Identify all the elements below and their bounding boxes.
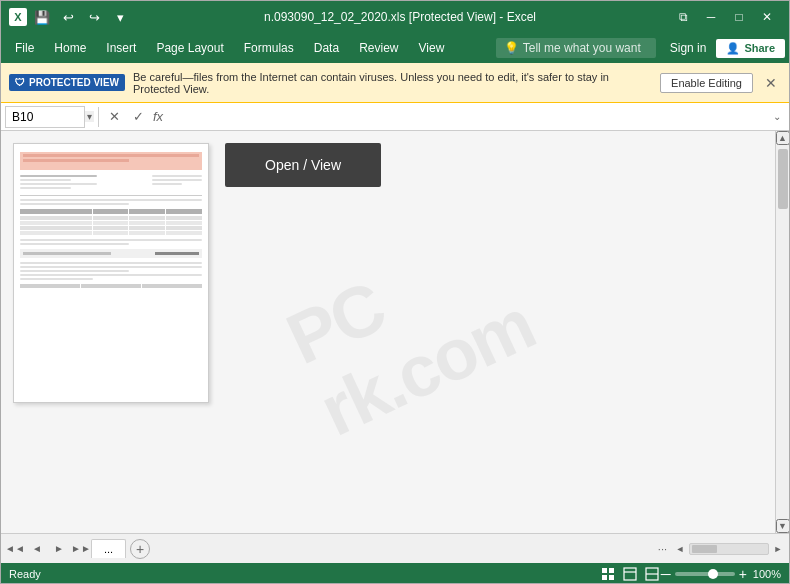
- svg-rect-4: [624, 568, 636, 580]
- sheet-nav-prev[interactable]: ◄: [27, 539, 47, 559]
- name-box-dropdown[interactable]: ▾: [85, 111, 94, 122]
- scroll-down-btn[interactable]: ▼: [776, 519, 790, 533]
- formula-buttons: ✕ ✓: [103, 106, 149, 128]
- lightbulb-icon: 💡: [504, 41, 519, 55]
- protected-view-close-button[interactable]: ✕: [761, 73, 781, 93]
- zoom-in-btn[interactable]: +: [739, 567, 747, 581]
- h-scroll-thumb: [692, 545, 717, 553]
- window-controls: ⧉ ─ □ ✕: [669, 3, 781, 31]
- scroll-track-v[interactable]: [777, 145, 789, 519]
- h-scroll-track[interactable]: [689, 543, 769, 555]
- vertical-scrollbar[interactable]: ▲ ▼: [775, 131, 789, 533]
- more-options-btn[interactable]: ···: [654, 543, 671, 555]
- status-text: Ready: [9, 568, 41, 580]
- name-box[interactable]: B10: [5, 106, 85, 128]
- scroll-left-btn[interactable]: ◄: [673, 542, 687, 556]
- doc-table-row: [20, 216, 202, 220]
- sheet-nav-first[interactable]: ◄◄: [5, 539, 25, 559]
- scroll-up-btn[interactable]: ▲: [776, 131, 790, 145]
- protected-view-badge: 🛡 PROTECTED VIEW: [9, 74, 125, 91]
- menu-data[interactable]: Data: [304, 37, 349, 59]
- menu-file[interactable]: File: [5, 37, 44, 59]
- menu-formulas[interactable]: Formulas: [234, 37, 304, 59]
- share-icon: 👤: [726, 42, 740, 55]
- formula-separator: [98, 107, 99, 127]
- save-quick-btn[interactable]: 💾: [31, 6, 53, 28]
- sheet-nav-last[interactable]: ►►: [71, 539, 91, 559]
- scroll-right-btn[interactable]: ►: [771, 542, 785, 556]
- enable-editing-button[interactable]: Enable Editing: [660, 73, 753, 93]
- main-area: PCrk.com: [1, 131, 789, 533]
- maximize-window-btn[interactable]: □: [725, 3, 753, 31]
- restore-window-btn[interactable]: ⧉: [669, 3, 697, 31]
- h-scroll-controls: ··· ◄ ►: [654, 542, 785, 556]
- close-window-btn[interactable]: ✕: [753, 3, 781, 31]
- scroll-thumb-v[interactable]: [778, 149, 788, 209]
- title-bar: X 💾 ↩ ↪ ▾ n.093090_12_02_2020.xls [Prote…: [1, 1, 789, 33]
- tell-me-input[interactable]: 💡 Tell me what you want: [496, 38, 656, 58]
- zoom-controls: ─ + 100%: [661, 567, 781, 581]
- page-layout-view-btn[interactable]: [621, 565, 639, 583]
- doc-footer-table: [20, 284, 202, 288]
- document-preview: [13, 143, 209, 403]
- tell-me-placeholder: Tell me what you want: [523, 41, 641, 55]
- bottom-bar: ◄◄ ◄ ► ►► ... + ··· ◄ ►: [1, 533, 789, 563]
- watermark: PCrk.com: [275, 213, 545, 451]
- doc-content: [20, 199, 202, 288]
- menu-view[interactable]: View: [409, 37, 455, 59]
- sheet-tab-ellipsis[interactable]: ...: [91, 539, 126, 558]
- svg-rect-1: [609, 568, 614, 573]
- protected-view-message: Be careful—files from the Internet can c…: [133, 71, 652, 95]
- protected-view-label: PROTECTED VIEW: [29, 77, 119, 88]
- menu-home[interactable]: Home: [44, 37, 96, 59]
- formula-bar: B10 ▾ ✕ ✓ fx ⌄: [1, 103, 789, 131]
- title-center: n.093090_12_02_2020.xls [Protected View]…: [131, 10, 669, 24]
- open-view-button[interactable]: Open / View: [225, 143, 381, 187]
- formula-confirm-btn[interactable]: ✓: [127, 106, 149, 128]
- zoom-slider-thumb: [708, 569, 718, 579]
- redo-quick-btn[interactable]: ↪: [83, 6, 105, 28]
- quick-access: X 💾 ↩ ↪ ▾: [9, 6, 131, 28]
- share-label: Share: [744, 42, 775, 54]
- menu-review[interactable]: Review: [349, 37, 408, 59]
- menu-insert[interactable]: Insert: [96, 37, 146, 59]
- quick-access-dropdown[interactable]: ▾: [109, 6, 131, 28]
- page-break-view-btn[interactable]: [643, 565, 661, 583]
- add-sheet-button[interactable]: +: [130, 539, 150, 559]
- formula-input[interactable]: [167, 106, 769, 128]
- protected-view-bar: 🛡 PROTECTED VIEW Be careful—files from t…: [1, 63, 789, 103]
- zoom-slider[interactable]: [675, 572, 735, 576]
- zoom-out-btn[interactable]: ─: [661, 567, 671, 581]
- sheet-area: PCrk.com: [1, 131, 775, 533]
- status-bar: Ready ─ + 100%: [1, 563, 789, 584]
- menu-bar: File Home Insert Page Layout Formulas Da…: [1, 33, 789, 63]
- excel-app-icon: X: [9, 8, 27, 26]
- sheet-content: PCrk.com: [1, 131, 775, 533]
- name-box-value: B10: [12, 110, 33, 124]
- window-title: n.093090_12_02_2020.xls [Protected View]…: [264, 10, 536, 24]
- svg-rect-3: [609, 575, 614, 580]
- doc-address-area: [20, 173, 202, 191]
- formula-cancel-btn[interactable]: ✕: [103, 106, 125, 128]
- normal-view-btn[interactable]: [599, 565, 617, 583]
- svg-rect-2: [602, 575, 607, 580]
- doc-header-strip: [20, 152, 202, 170]
- sign-in-button[interactable]: Sign in: [664, 37, 713, 59]
- sheet-nav-next[interactable]: ►: [49, 539, 69, 559]
- zoom-level: 100%: [753, 568, 781, 580]
- formula-expand-icon[interactable]: ⌄: [769, 111, 785, 122]
- minimize-window-btn[interactable]: ─: [697, 3, 725, 31]
- shield-icon: 🛡: [15, 77, 25, 88]
- doc-amount-due: [20, 249, 202, 258]
- fx-label: fx: [149, 109, 167, 124]
- svg-rect-0: [602, 568, 607, 573]
- share-button[interactable]: 👤 Share: [716, 39, 785, 58]
- sheet-navigation: ◄◄ ◄ ► ►►: [5, 539, 91, 559]
- view-controls: [599, 565, 661, 583]
- undo-quick-btn[interactable]: ↩: [57, 6, 79, 28]
- menu-page-layout[interactable]: Page Layout: [146, 37, 233, 59]
